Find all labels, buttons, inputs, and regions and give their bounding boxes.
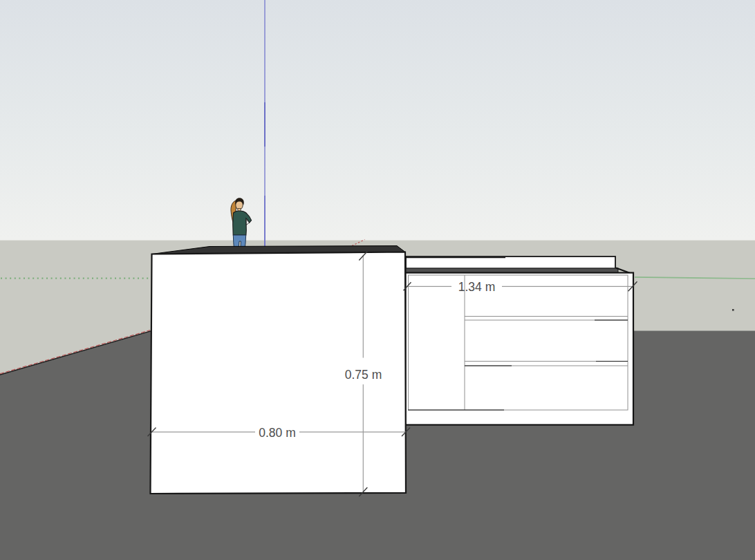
model-viewport[interactable]: 1.34 m 0.75 m 0.80 m bbox=[0, 0, 755, 560]
cabinet-body[interactable] bbox=[406, 273, 634, 425]
cabinet[interactable] bbox=[406, 256, 634, 425]
dimension-label-box-height[interactable]: 0.75 m bbox=[345, 368, 382, 382]
dimension-label-box-width[interactable]: 0.80 m bbox=[259, 426, 296, 440]
cabinet-countertop-back-slab[interactable] bbox=[406, 256, 615, 269]
sky bbox=[0, 0, 755, 241]
guide-point-dot bbox=[732, 309, 734, 311]
dimension-label-cabinet-width[interactable]: 1.34 m bbox=[458, 280, 496, 294]
